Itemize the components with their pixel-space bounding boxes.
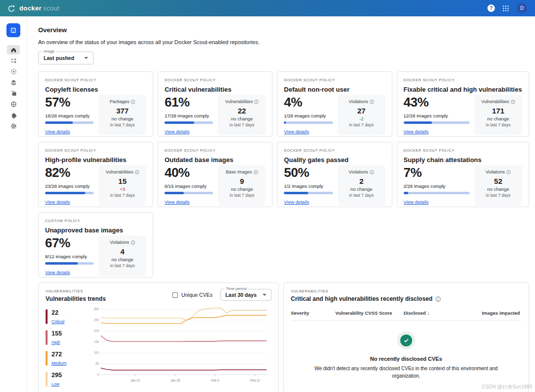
info-icon[interactable] [370,170,374,174]
chevron-down-icon [84,57,88,59]
unique-cves-checkbox-row[interactable]: Unique CVEs [172,292,213,298]
view-details-link[interactable]: View details [284,129,309,134]
empty-state-description: We didn't detect any recently disclosed … [314,365,498,380]
logo-scout-text: scout [43,4,59,12]
policy-card: DOCKER SCOUT POLICY High-profile vulnera… [38,142,153,207]
policy-title: Critical vulnerabilities [164,86,266,93]
stat-period: in last 7 days [340,193,383,198]
unique-cves-label: Unique CVEs [181,292,213,298]
sidebar-item-home[interactable] [7,45,20,55]
top-header: dockerscout ? D [0,0,535,16]
info-icon[interactable] [506,170,511,174]
view-details-link[interactable]: View details [45,199,70,205]
view-details-link[interactable]: View details [45,270,70,275]
sidebar-item-settings[interactable] [7,121,20,131]
svg-text:300: 300 [94,307,99,311]
images-comply-text: 2/28 images comply [404,183,470,189]
stat-box: Violations 52 no change in last 7 days [475,165,522,206]
sidebar-item-repositories[interactable] [7,89,20,98]
info-icon[interactable] [135,170,139,174]
table-column-header[interactable]: Severity [291,310,335,316]
info-icon[interactable] [370,100,374,104]
sidebar-item-policies[interactable] [7,56,20,65]
stat-box: Base Images 9 no change in last 7 days [218,165,266,206]
sidebar-item-integrations[interactable] [7,111,20,120]
table-column-header[interactable]: Vulnerability [335,310,365,316]
view-details-link[interactable]: View details [164,199,190,205]
stat-value: 377 [101,107,144,115]
svg-text:100: 100 [94,351,99,354]
stat-value: 22 [220,107,264,115]
table-column-header[interactable]: CVSS Score [365,310,404,316]
stat-delta: +3 [101,186,144,192]
svg-text:Jan 28: Jan 28 [170,379,180,382]
main-content: Overview An overview of the status of yo… [27,16,535,392]
policy-type-label: CUSTOM POLICY [45,219,146,223]
policy-card: DOCKER SCOUT POLICY Quality gates passed… [277,142,392,207]
table-column-header[interactable]: Images impacted [467,310,522,316]
sort-descending-icon: ↓ [428,310,430,316]
info-icon[interactable] [254,170,258,174]
view-details-link[interactable]: View details [404,199,429,205]
stat-period: in last 7 days [477,193,520,198]
compliance-progress-fill [45,192,85,194]
trends-eyebrow: VULNERABILITIES [46,289,106,293]
severity-color-bar [46,330,48,345]
policy-title: Unapproved base images [45,226,146,234]
unique-cves-checkbox[interactable] [172,292,178,298]
image-filter-select[interactable]: Image Last pushed [38,52,94,64]
stat-delta: no change [220,186,264,192]
view-details-link[interactable]: View details [164,129,190,134]
stat-delta: no change [477,186,520,192]
policy-card: DOCKER SCOUT POLICY Copyleft licenses 57… [38,71,153,137]
success-check-halo [397,332,415,349]
apps-grid-icon[interactable] [502,5,509,12]
table-column-header[interactable]: Disclosed ↓ [404,310,467,316]
compliance-progress-bar [164,192,213,194]
view-details-link[interactable]: View details [45,129,70,134]
severity-count: 22 [52,309,64,316]
stat-delta: no change [477,116,520,121]
compliance-progress-fill [284,121,286,124]
stat-value: 171 [477,107,520,115]
view-details-link[interactable]: View details [404,129,429,134]
info-icon[interactable] [131,100,135,104]
severity-filter-link[interactable]: Medium [52,361,66,366]
compliance-progress-bar [284,192,332,194]
time-period-select[interactable]: Time period Last 30 days [220,289,271,301]
info-icon[interactable] [131,240,135,245]
avatar[interactable]: D [517,3,527,13]
compliance-percent: 40% [164,165,213,180]
help-icon[interactable]: ? [487,4,495,12]
policy-type-label: DOCKER SCOUT POLICY [284,78,385,82]
policy-card: DOCKER SCOUT POLICY Fixable critical and… [397,71,529,137]
stat-box: Packages 377 no change in last 7 days [99,95,146,135]
info-icon[interactable] [254,100,259,104]
severity-filter-link[interactable]: Critical [52,319,64,324]
severity-filter-link[interactable]: High [52,340,60,345]
recently-disclosed-panel: VULNERABILITIES Critical and high vulner… [283,282,529,392]
docker-scout-logo[interactable]: dockerscout [7,4,59,13]
compliance-percent: 67% [45,235,94,251]
sidebar-item-images[interactable] [7,78,20,87]
svg-text:200: 200 [94,329,99,333]
severity-legend-item: 155 High [46,330,87,346]
severity-count: 295 [52,372,62,379]
severity-filter-link[interactable]: Low [52,382,59,387]
images-comply-text: 17/28 images comply [164,113,213,118]
info-icon[interactable] [511,100,515,104]
sidebar-item-base-images[interactable] [7,100,20,109]
info-icon[interactable] [435,296,441,302]
sidebar-item-organization[interactable] [6,23,20,37]
stat-box: Violations 4 no change in last 7 days [99,235,146,276]
docker-scout-logo-icon [7,4,16,13]
layers-icon [10,79,17,86]
disclosed-empty-state: No recently disclosed CVEs We didn't det… [291,332,522,380]
svg-text:250: 250 [94,318,99,322]
compliance-percent: 82% [45,165,94,180]
sidebar-item-vulnerabilities[interactable] [7,67,20,76]
view-details-link[interactable]: View details [284,199,309,205]
stat-box: Vulnerabilities 171 no change in last 7 … [475,95,522,135]
stat-value: 4 [101,247,144,256]
policy-type-label: DOCKER SCOUT POLICY [404,148,522,153]
